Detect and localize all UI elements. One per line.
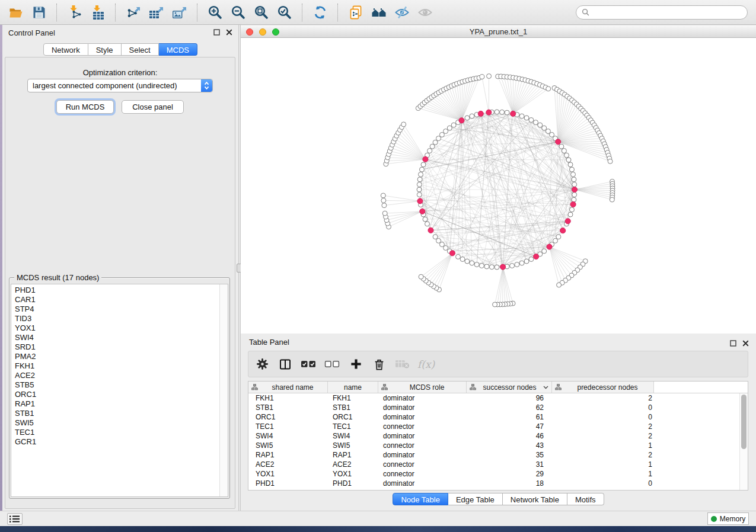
mcds-result-item[interactable]: TEC1 (11, 428, 228, 437)
neighbors-houses-icon[interactable] (369, 3, 389, 22)
memory-status-dot-icon (711, 516, 717, 522)
tab-motifs[interactable]: Motifs (567, 493, 604, 505)
zoom-in-icon[interactable] (205, 3, 225, 22)
cell-mcds-role: connector (378, 470, 467, 478)
table-row[interactable]: STB1STB1dominator620 (248, 403, 748, 412)
mcds-result-item[interactable]: RAP1 (11, 399, 228, 409)
mcds-result-item[interactable]: SRD1 (11, 342, 228, 352)
mcds-result-item[interactable]: CAR1 (11, 295, 228, 305)
mcds-result-item[interactable]: STB5 (11, 380, 228, 390)
cell-predecessor-nodes: 1 (552, 460, 654, 469)
control-panel-title: Control Panel (8, 28, 55, 37)
show-hidden-eye-icon[interactable] (415, 3, 435, 22)
table-row[interactable]: SWI5SWI5connector431 (248, 441, 748, 450)
mcds-result-item[interactable]: PMA2 (11, 352, 228, 361)
network-canvas[interactable] (241, 38, 756, 334)
show-columns-icon[interactable] (277, 357, 293, 372)
clone-network-icon[interactable] (346, 3, 366, 22)
close-panel-icon[interactable] (226, 29, 232, 36)
search-input[interactable] (593, 8, 742, 17)
mcds-result-item[interactable]: TID3 (11, 314, 228, 323)
import-network-icon[interactable] (65, 3, 85, 22)
open-file-icon[interactable] (6, 3, 26, 22)
refresh-layout-icon[interactable] (310, 3, 330, 22)
memory-button[interactable]: Memory (707, 512, 749, 525)
table-row[interactable]: YOX1YOX1connector291 (248, 469, 748, 479)
cell-mcds-role: connector (378, 422, 467, 431)
tab-mcds[interactable]: MCDS (159, 43, 197, 56)
table-row[interactable]: FKH1FKH1dominator962 (248, 393, 748, 403)
mcds-result-list[interactable]: PHD1CAR1STP4TID3YOX1SWI4SRD1PMA2FKH1ACE2… (11, 284, 228, 497)
table-row[interactable]: PHD1PHD1dominator180 (248, 479, 748, 488)
network-graph[interactable] (241, 38, 756, 334)
column-header-successor-nodes[interactable]: successor nodes (467, 382, 552, 393)
column-header-shared-name[interactable]: shared name (248, 382, 328, 393)
mcds-result-item[interactable]: PHD1 (11, 286, 228, 295)
table-row[interactable]: ACE2ACE2connector311 (248, 460, 748, 469)
mcds-result-item[interactable]: ACE2 (11, 371, 228, 380)
tab-edge-table[interactable]: Edge Table (448, 493, 503, 505)
search-box[interactable] (576, 5, 748, 20)
export-network-icon[interactable] (123, 3, 143, 22)
network-title: YPA_prune.txt_1 (241, 27, 756, 36)
delete-column-trash-icon[interactable] (371, 357, 387, 372)
zoom-fit-icon[interactable] (251, 3, 272, 22)
column-header-name[interactable]: name (328, 382, 378, 393)
zoom-out-icon[interactable] (228, 3, 248, 22)
mcds-result-item[interactable]: YOX1 (11, 323, 228, 333)
table-row[interactable]: TEC1TEC1connector472 (248, 422, 748, 431)
mcds-result-item[interactable]: GCR1 (11, 437, 228, 447)
tab-network[interactable]: Network (43, 43, 88, 56)
table-panel: Table Panel f(x) shared namenameMCDS rol… (241, 334, 756, 511)
network-window: YPA_prune.txt_1 (241, 25, 756, 334)
tab-style[interactable]: Style (88, 43, 122, 56)
mcds-result-item[interactable]: ORC1 (11, 390, 228, 399)
close-table-panel-icon[interactable] (742, 338, 749, 349)
mcds-result-item[interactable]: FKH1 (11, 361, 228, 371)
column-header-label: successor nodes (476, 383, 543, 392)
cell-shared-name: RAP1 (248, 451, 328, 459)
export-image-icon[interactable] (170, 3, 190, 22)
cell-shared-name: TEC1 (248, 422, 328, 431)
table-scrollbar[interactable] (739, 393, 748, 490)
run-mcds-button[interactable]: Run MCDS (56, 100, 114, 114)
select-all-checkboxes-icon[interactable] (301, 357, 317, 372)
toolbar-separator (56, 4, 58, 21)
toolbar-button-group (6, 3, 435, 22)
column-header-mcds-role[interactable]: MCDS role (378, 382, 467, 393)
tab-select[interactable]: Select (122, 43, 159, 56)
import-table-icon[interactable] (88, 3, 108, 22)
mcds-result-item[interactable]: SWI4 (11, 333, 228, 342)
float-panel-icon[interactable] (213, 29, 220, 36)
mcds-result-item[interactable]: STP4 (11, 305, 228, 314)
mcds-list-scrollbar[interactable] (219, 284, 228, 496)
optimization-criterion-label: Optimization criterion: (5, 68, 235, 77)
cell-successor-nodes: 62 (467, 403, 552, 412)
close-panel-button[interactable]: Close panel (122, 100, 184, 114)
cell-successor-nodes: 29 (467, 470, 552, 478)
table-row[interactable]: SWI4SWI4dominator462 (248, 431, 748, 441)
hide-selected-eye-slash-icon[interactable] (392, 3, 412, 22)
column-header-predecessor-nodes[interactable]: predecessor nodes (552, 382, 654, 393)
table-scrollbar-thumb[interactable] (741, 395, 747, 449)
task-history-button[interactable] (7, 513, 23, 525)
cell-successor-nodes: 46 (467, 432, 552, 440)
mcds-result-item[interactable]: STB1 (11, 409, 228, 418)
tab-network-table[interactable]: Network Table (503, 493, 567, 505)
zoom-selected-icon[interactable] (275, 3, 295, 22)
column-settings-gear-icon[interactable] (254, 357, 270, 372)
table-row[interactable]: RAP1RAP1dominator352 (248, 450, 748, 460)
table-panel-tabs: Node TableEdge TableNetwork TableMotifs (241, 493, 756, 505)
float-table-panel-icon[interactable] (730, 338, 736, 349)
criterion-select[interactable]: largest connected component (undirected) (27, 79, 213, 92)
column-header-filler (654, 382, 748, 393)
tab-node-table[interactable]: Node Table (393, 493, 448, 505)
export-table-icon[interactable] (146, 3, 167, 22)
add-column-plus-icon[interactable] (348, 357, 363, 372)
save-session-icon[interactable] (29, 3, 49, 22)
deselect-all-checkboxes-icon[interactable] (324, 357, 340, 372)
desktop-wallpaper-bottom-strip (0, 526, 756, 532)
network-window-titlebar[interactable]: YPA_prune.txt_1 (241, 25, 756, 38)
mcds-result-item[interactable]: SWI5 (11, 418, 228, 428)
table-row[interactable]: ORC1ORC1dominator610 (248, 412, 748, 422)
